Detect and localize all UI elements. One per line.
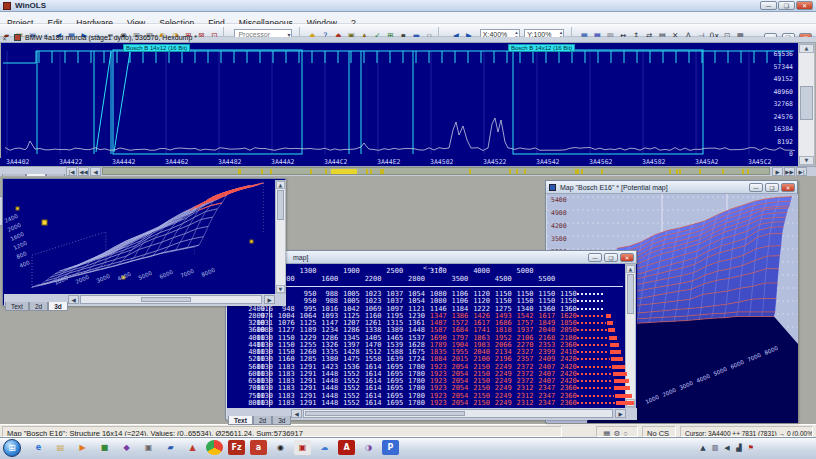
map3d-tab-text[interactable]: Text	[5, 302, 29, 311]
map-3d-window[interactable]: 1000200030004000500060007000800024002000…	[2, 178, 286, 306]
table-cell[interactable]: 2360	[556, 400, 577, 407]
table-cell[interactable]: 1448	[317, 400, 338, 407]
table-cell[interactable]: 2312	[512, 400, 533, 407]
windows-logo-icon: ⊞	[8, 443, 16, 453]
document-title[interactable]: BMW 4a18d murcia (stage1 dyno), 536576, …	[25, 33, 197, 43]
scroll-back-icon[interactable]: ◀	[68, 295, 79, 304]
minimize-button[interactable]: —	[749, 183, 763, 192]
table-cell[interactable]: 2249	[491, 400, 512, 407]
minimize-button[interactable]: —	[760, 1, 777, 10]
scroll-up-icon[interactable]: ▲	[626, 265, 635, 273]
paint-icon[interactable]: P	[382, 440, 399, 455]
display-icon[interactable]: ▥	[710, 443, 720, 453]
scroll-thumb[interactable]	[800, 86, 813, 120]
app2-icon[interactable]: ◆	[118, 440, 135, 455]
table-cell[interactable]: 1552	[339, 400, 360, 407]
volume-icon[interactable]: ◀	[722, 443, 732, 453]
disc-icon[interactable]: ◉	[272, 440, 289, 455]
winamp-icon[interactable]: ▲	[184, 440, 201, 455]
status-grid-icon[interactable]: ▦	[603, 429, 610, 437]
maximize-button[interactable]: ❏	[778, 1, 795, 10]
app3-icon[interactable]: ▣	[140, 440, 157, 455]
ie-icon[interactable]: e	[30, 440, 47, 455]
start-button[interactable]: ⊞	[3, 439, 21, 457]
scroll-first-icon[interactable]: |◀	[66, 167, 77, 176]
table-cell[interactable]: 1183	[274, 400, 295, 407]
table-cell[interactable]: 2150	[469, 400, 490, 407]
window-titlebar[interactable]: map] — ❏ ✕	[226, 251, 636, 264]
table-cell[interactable]: 2054	[447, 400, 468, 407]
filezilla-icon[interactable]: Fz	[228, 440, 245, 455]
histogram-bar	[607, 321, 613, 325]
network-icon[interactable]: ▟	[734, 443, 744, 453]
scroll-fwd-icon[interactable]: ▶	[615, 409, 626, 418]
scroll-thumb[interactable]	[627, 274, 634, 314]
map3d-vscrollbar[interactable]: ▲ ▼	[275, 180, 286, 294]
minimize-button[interactable]: —	[588, 253, 602, 262]
table-cell[interactable]: 1291	[295, 400, 316, 407]
table-tab-3d[interactable]: 3d	[272, 416, 291, 425]
map-3d-view[interactable]: 1000200030004000500060007000800024002000…	[4, 180, 275, 294]
scroll-fastback-icon[interactable]: ◀◀	[78, 167, 89, 176]
app4-icon[interactable]: a	[250, 440, 267, 455]
hexdump-2d-view[interactable]: Bosch B 14x12 (16 Bit) Bosch B 14x12 (16…	[1, 43, 798, 158]
close-button[interactable]: ✕	[781, 183, 795, 192]
table-cell[interactable]: 1130	[252, 400, 273, 407]
table-hscrollbar[interactable]	[303, 409, 613, 418]
speed-sign-icon[interactable]: ▣	[294, 440, 311, 455]
scroll-up-icon[interactable]: ▲	[276, 181, 285, 189]
outlook-icon[interactable]: ▰	[162, 440, 179, 455]
histogram-bar	[606, 314, 611, 318]
scroll-thumb[interactable]	[277, 190, 284, 220]
window-titlebar[interactable]: Map "Bosch E16" * [Potential map] — ❏ ✕	[546, 181, 797, 194]
table-cell[interactable]: 1614	[361, 400, 382, 407]
action-center-icon[interactable]: ⚑	[746, 443, 756, 453]
table-cell[interactable]: 1923	[426, 400, 447, 407]
scroll-down-icon[interactable]: ▼	[799, 156, 814, 165]
map-marker[interactable]: Bosch B 14x12 (16 Bit)	[123, 44, 190, 52]
map-marker[interactable]: Bosch B 14x12 (16 Bit)	[508, 44, 575, 52]
map-position-strip[interactable]	[102, 167, 770, 175]
histogram-bar	[610, 343, 620, 347]
map3d-hscrollbar[interactable]	[80, 295, 262, 304]
map-tick	[699, 169, 701, 175]
scroll-fwd-icon[interactable]: ▶	[772, 167, 783, 176]
scroll-back-icon[interactable]: ◀	[90, 167, 101, 176]
maximize-button[interactable]: ❏	[604, 253, 618, 262]
close-button[interactable]: ✕	[796, 1, 813, 10]
table-tab-2d[interactable]: 2d	[253, 416, 272, 425]
explorer-icon[interactable]: ▤	[52, 440, 69, 455]
scroll-last-icon[interactable]: ▶|	[796, 167, 807, 176]
table-cell[interactable]: 2347	[534, 400, 555, 407]
status-circle-icon[interactable]: ○	[623, 429, 628, 437]
hexdump-vscrollbar[interactable]: ▲ ▼	[798, 43, 815, 166]
picasa-icon[interactable]: ◑	[360, 440, 377, 455]
scroll-fastfwd-icon[interactable]: ▶▶	[784, 167, 795, 176]
status-gear-icon[interactable]: ⚙	[613, 429, 620, 437]
map-window-icon	[549, 184, 556, 191]
maximize-button[interactable]: ❏	[765, 183, 779, 192]
x-axis-label: 3A4542	[536, 158, 559, 166]
table-bottom-bar: Text2d3d ◀ ▶	[227, 408, 637, 420]
map-table-window[interactable]: map] — ❏ ✕ <-,-> ▲ ▼ 7001000130016001900…	[225, 250, 637, 420]
map-table-view[interactable]: <-,-> ▲ ▼ 700100013001600190022002500280…	[227, 264, 637, 408]
chrome-icon[interactable]	[206, 440, 223, 455]
scroll-up-icon[interactable]: ▲	[799, 44, 814, 53]
map3d-tab-3d[interactable]: 3d	[48, 302, 68, 311]
app1-icon[interactable]: ■	[96, 440, 113, 455]
table-tab-text[interactable]: Text	[228, 416, 253, 425]
tabstrip-close-icon[interactable]: ✕	[2, 35, 7, 43]
app-titlebar[interactable]: WinOLS — ❏ ✕	[0, 0, 816, 12]
adobe-reader-icon[interactable]: A	[338, 440, 355, 455]
map-tick	[742, 169, 744, 175]
media-player-icon[interactable]: ▶	[74, 440, 91, 455]
cloud-icon[interactable]: ☁	[316, 440, 333, 455]
map3d-tab-2d[interactable]: 2d	[29, 302, 48, 311]
table-cell[interactable]: 1695	[382, 400, 403, 407]
table-cell[interactable]: 1780	[404, 400, 425, 407]
scroll-fwd-icon[interactable]: ▶	[264, 295, 275, 304]
scroll-back-icon[interactable]: ◀	[291, 409, 302, 418]
close-button[interactable]: ✕	[620, 253, 634, 262]
show-hidden-icon[interactable]: ▲	[698, 443, 708, 453]
scroll-down-icon[interactable]: ▼	[276, 285, 285, 293]
